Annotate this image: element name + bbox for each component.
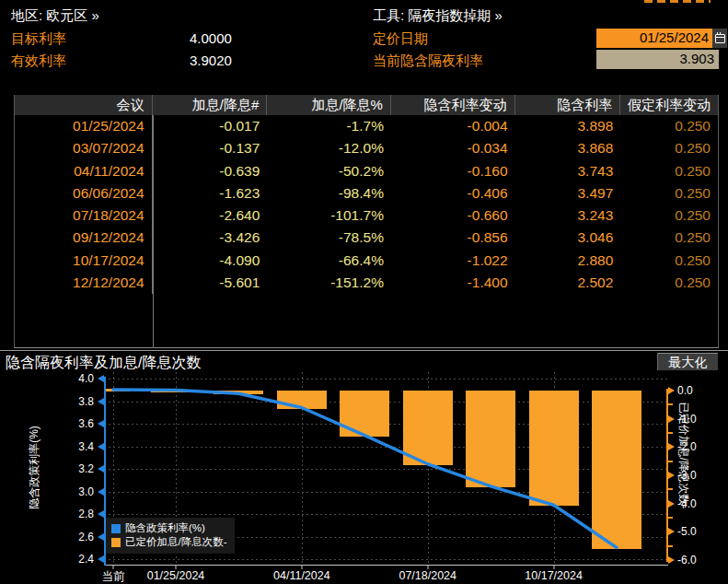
table-cell: 0.250 xyxy=(620,115,718,137)
column-header: 加息/降息# xyxy=(153,95,268,115)
region-selector[interactable]: 地区: 欧元区 » xyxy=(11,7,99,25)
table-row: 07/18/2024-2.640-101.7%-0.6603.2430.250 xyxy=(15,204,718,227)
effective-rate-value: 3.9020 xyxy=(190,53,232,68)
table-body: 01/25/2024-0.017-1.7%-0.0043.8980.25003/… xyxy=(15,115,718,294)
table-cell: 0.250 xyxy=(620,137,718,159)
table-cell: 0.250 xyxy=(620,272,718,294)
meeting-date-cell[interactable]: 12/12/2024 xyxy=(15,272,153,294)
left-tick-icon xyxy=(98,533,104,541)
table-row: 10/17/2024-4.090-66.4%-1.0222.8800.250 xyxy=(15,250,718,272)
target-rate-value: 4.0000 xyxy=(190,30,232,46)
column-header: 会议 xyxy=(15,95,153,115)
table-cell: -0.660 xyxy=(391,204,515,227)
left-tick-label: 3.8 xyxy=(61,395,94,408)
table-cell: -101.7% xyxy=(267,204,391,227)
table-row: 09/12/2024-3.426-78.5%-0.8563.0460.250 xyxy=(15,227,718,249)
right-tick-icon xyxy=(668,443,675,450)
x-axis-label: 10/17/2024 xyxy=(525,569,583,582)
x-axis-label: 01/25/2024 xyxy=(147,569,205,582)
meeting-date-cell[interactable]: 04/11/2024 xyxy=(15,160,153,182)
left-tick-label: 2.8 xyxy=(61,508,94,520)
table-cell: -0.017 xyxy=(153,115,268,137)
plot-area: 隐含政策利率(%) 已定价加息/降息次数- xyxy=(104,372,668,566)
meetings-table: 会议加息/降息#加息/降息%隐含利率变动隐含利率假定利率变动 01/25/202… xyxy=(14,95,719,348)
meeting-date-cell[interactable]: 07/18/2024 xyxy=(15,204,153,227)
table-cell: -1.022 xyxy=(391,250,515,272)
table-row: 06/06/2024-1.623-98.4%-0.4063.4970.250 xyxy=(15,182,718,204)
right-axis-label: 已定价加息/降息次数- xyxy=(676,391,691,520)
pricing-date-input[interactable]: 01/25/2024 xyxy=(596,29,712,48)
chart-panel: 隐含隔夜利率及加息/降息次数 最大化 隐含政策利率(%) 已定价加息/降息次数-… xyxy=(0,350,728,584)
right-minor-tick xyxy=(668,517,673,519)
effective-rate-label: 有效利率 xyxy=(11,53,66,70)
table-cell: 0.250 xyxy=(620,182,718,204)
table-cell: 0.250 xyxy=(620,250,718,272)
table-cell: -0.004 xyxy=(391,115,515,137)
table-cell: 0.250 xyxy=(620,227,718,249)
table-row: 01/25/2024-0.017-1.7%-0.0043.8980.250 xyxy=(15,115,718,137)
right-tick-icon xyxy=(668,528,675,535)
legend-swatch-orange xyxy=(111,538,121,547)
right-minor-tick xyxy=(668,403,673,405)
current-implied-rate-field[interactable]: 3.903 xyxy=(596,50,719,69)
legend-label: 已定价加息/降息次数- xyxy=(125,535,227,549)
table-cell: -0.137 xyxy=(153,137,268,159)
table-row: 04/11/2024-0.639-50.2%-0.1603.7430.250 xyxy=(15,160,718,182)
table-header-row: 会议加息/降息#加息/降息%隐含利率变动隐含利率假定利率变动 xyxy=(15,95,718,115)
table-cell: -0.160 xyxy=(391,160,515,182)
left-tick-icon xyxy=(98,375,104,382)
table-row: 12/12/2024-5.601-151.2%-1.4002.5020.250 xyxy=(15,272,718,294)
right-minor-tick xyxy=(668,488,673,490)
left-tick-label: 3.4 xyxy=(61,440,94,453)
legend-label: 隐含政策利率(%) xyxy=(125,521,205,535)
right-tick-icon xyxy=(668,500,675,508)
meeting-date-cell[interactable]: 09/12/2024 xyxy=(15,227,153,249)
meeting-date-cell[interactable]: 06/06/2024 xyxy=(15,182,153,204)
calendar-icon[interactable] xyxy=(712,29,727,48)
chart-title: 隐含隔夜利率及加息/降息次数 xyxy=(6,354,201,373)
left-tick-icon xyxy=(98,555,104,563)
table-cell: -151.2% xyxy=(267,272,391,294)
meeting-date-cell[interactable]: 01/25/2024 xyxy=(15,115,153,137)
x-axis-label: 当前 xyxy=(102,569,125,584)
right-tick-icon xyxy=(668,472,675,479)
table-cell: 3.743 xyxy=(515,160,621,182)
table-cell: 0.250 xyxy=(620,204,718,227)
column-header: 隐含利率 xyxy=(515,95,621,115)
right-tick-icon xyxy=(668,556,675,564)
tool-selector[interactable]: 工具: 隔夜指数掉期 » xyxy=(373,7,503,25)
target-rate-label: 目标利率 xyxy=(11,30,66,48)
table-row: 03/07/2024-0.137-12.0%-0.0343.8680.250 xyxy=(15,137,718,159)
left-axis-label: 隐含政策利率(%) xyxy=(27,408,42,528)
table-cell: -66.4% xyxy=(267,250,391,272)
table-cell: -2.640 xyxy=(153,204,268,227)
maximize-button[interactable]: 最大化 xyxy=(657,353,718,370)
table-cell: 3.046 xyxy=(515,227,621,249)
table-cell: -4.090 xyxy=(153,250,268,272)
legend-item-line: 隐含政策利率(%) xyxy=(111,521,227,535)
left-tick-icon xyxy=(98,465,104,473)
left-tick-icon xyxy=(98,398,104,405)
legend-swatch-blue xyxy=(111,524,121,533)
meeting-date-cell[interactable]: 03/07/2024 xyxy=(15,137,153,159)
pricing-date-label: 定价日期 xyxy=(373,30,428,48)
x-axis-label: 07/18/2024 xyxy=(399,569,456,582)
clipped-text-fragment xyxy=(644,0,711,3)
x-axis-tick xyxy=(113,566,114,569)
left-tick-label: 3.2 xyxy=(61,462,94,475)
table-cell: -0.856 xyxy=(391,227,515,249)
x-axis-tick xyxy=(553,566,554,569)
legend-item-bar: 已定价加息/降息次数- xyxy=(111,535,227,549)
table-cell: 3.898 xyxy=(515,115,621,137)
table-cell: -3.426 xyxy=(153,227,268,249)
meeting-date-cell[interactable]: 10/17/2024 xyxy=(15,250,153,272)
table-cell: 0.250 xyxy=(620,160,718,182)
right-tick-label: -5.0 xyxy=(677,525,714,538)
table-cell: 2.880 xyxy=(515,250,621,272)
right-minor-tick xyxy=(668,545,673,547)
left-tick-label: 4.0 xyxy=(61,372,94,385)
left-tick-label: 3.6 xyxy=(61,417,94,430)
right-minor-tick xyxy=(668,432,673,434)
left-tick-label: 3.0 xyxy=(61,485,94,498)
table-cell: -0.034 xyxy=(391,137,515,159)
